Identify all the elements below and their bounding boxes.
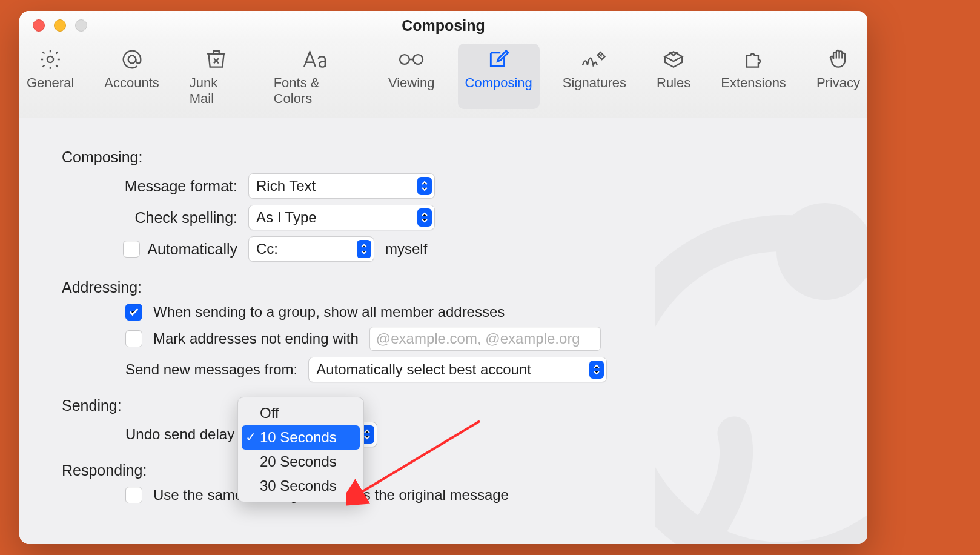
select-value: As I Type [256,209,411,226]
menu-undo-send-delay: Off ✓ 10 Seconds 20 Seconds 30 Seconds [237,397,364,502]
label-send-from: Send new messages from: [125,361,297,378]
tab-label: Viewing [388,75,435,91]
label-mark-addresses: Mark addresses not ending with [153,330,359,347]
checkbox-same-format[interactable] [125,487,142,503]
text-myself: myself [385,241,427,258]
svg-point-2 [400,55,409,64]
label-automatically: Automatically [147,241,237,258]
select-send-from[interactable]: Automatically select best account [308,357,607,382]
menu-item-off[interactable]: Off [242,401,360,425]
select-value: Rich Text [256,178,411,194]
input-mark-domains[interactable]: @example.com, @example.org [369,327,601,351]
tab-label: General [27,75,74,91]
tab-fonts-colors[interactable]: Fonts & Colors [267,44,365,109]
tab-signatures[interactable]: Signatures [555,44,634,109]
typography-icon [301,47,330,71]
preferences-body: Composing: Message format: Rich Text Che… [19,118,867,544]
label-group-addresses: When sending to a group, show all member… [153,304,505,321]
menu-item-10-seconds[interactable]: ✓ 10 Seconds [242,425,360,450]
svg-point-1 [128,56,136,64]
menu-item-label: Off [260,405,279,422]
select-message-format[interactable]: Rich Text [248,173,435,199]
trash-x-icon [205,47,228,71]
tab-label: Extensions [721,75,786,91]
select-value: Cc: [256,241,351,258]
tab-label: Signatures [563,75,626,91]
checkmark-icon: ✓ [245,430,256,445]
tab-label: Accounts [104,75,159,91]
close-window-button[interactable] [33,19,45,32]
puzzle-icon [742,47,765,71]
rules-icon [662,47,685,71]
tab-general[interactable]: General [19,44,81,109]
menu-item-20-seconds[interactable]: 20 Seconds [242,450,360,474]
hand-icon [827,47,850,71]
preferences-toolbar: General Accounts Junk Mail Fonts & Color… [19,40,867,118]
tab-junk-mail[interactable]: Junk Mail [182,44,251,109]
section-composing: Composing: [62,148,825,166]
preferences-window: Composing General Accounts Junk Mail [19,11,867,544]
menu-item-label: 20 Seconds [260,453,337,470]
menu-item-label: 30 Seconds [260,477,337,494]
compose-icon [487,47,510,71]
svg-point-3 [413,55,423,64]
zoom-window-button[interactable] [75,19,87,32]
checkbox-group-addresses[interactable] [125,304,142,321]
checkbox-automatically[interactable] [123,241,140,258]
select-cc-bcc[interactable]: Cc: [248,236,374,262]
tab-label: Composing [465,75,532,91]
tab-privacy[interactable]: Privacy [809,44,867,109]
dropdown-caret-icon [589,361,604,379]
label-check-spelling: Check spelling: [62,209,237,227]
dropdown-caret-icon [417,208,432,227]
minimize-window-button[interactable] [54,19,66,32]
tab-composing[interactable]: Composing [458,44,540,109]
tab-accounts[interactable]: Accounts [97,44,167,109]
select-value: Automatically select best account [316,361,583,378]
app-watermark [655,167,867,544]
menu-item-30-seconds[interactable]: 30 Seconds [242,474,360,498]
at-sign-icon [121,47,144,71]
select-check-spelling[interactable]: As I Type [248,205,435,230]
dropdown-caret-icon [417,177,432,195]
label-message-format: Message format: [62,178,237,195]
tab-extensions[interactable]: Extensions [713,44,793,109]
tab-label: Privacy [816,75,860,91]
tab-viewing[interactable]: Viewing [381,44,442,109]
menu-item-label: 10 Seconds [260,429,337,446]
gear-icon [39,47,62,71]
titlebar: Composing [19,11,867,40]
tab-rules[interactable]: Rules [649,44,698,109]
signature-icon [580,47,609,71]
svg-point-0 [47,56,53,62]
label-undo-delay: Undo send delay [125,426,234,443]
dropdown-caret-icon [357,240,371,258]
window-title: Composing [19,17,867,35]
tab-label: Rules [657,75,690,91]
tab-label: Fonts & Colors [274,75,358,107]
glasses-icon [397,47,426,71]
tab-label: Junk Mail [190,75,243,107]
checkbox-mark-addresses[interactable] [125,330,142,347]
window-controls [19,19,87,32]
